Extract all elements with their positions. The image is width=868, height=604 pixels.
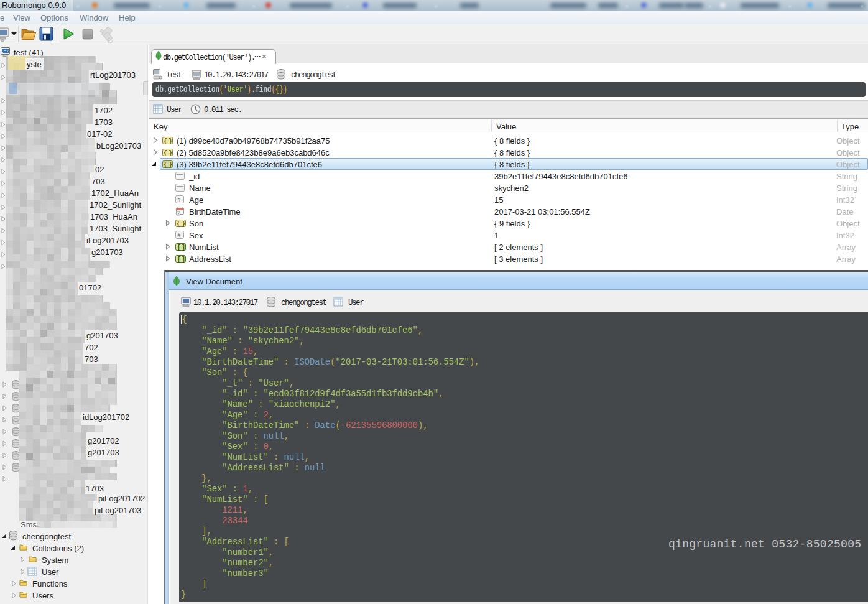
svg-text:{: { xyxy=(177,221,180,228)
svg-text:"": "" xyxy=(180,185,184,190)
svg-text:]: ] xyxy=(182,256,185,263)
svg-text:{: { xyxy=(164,138,167,145)
svg-text:}: } xyxy=(182,221,185,228)
svg-text:}: } xyxy=(169,150,172,157)
svg-text:#: # xyxy=(178,197,181,203)
svg-text:"": "" xyxy=(180,173,184,179)
svg-text:[: [ xyxy=(177,256,181,263)
svg-text:}: } xyxy=(169,138,172,145)
svg-text:]: ] xyxy=(182,244,185,251)
svg-text:"": "" xyxy=(177,185,180,190)
svg-text:{: { xyxy=(164,150,167,157)
svg-text:#: # xyxy=(178,232,181,238)
svg-text:}: } xyxy=(169,162,172,169)
svg-text:[: [ xyxy=(177,244,181,251)
svg-text:"": "" xyxy=(177,173,180,179)
svg-text:{: { xyxy=(164,162,167,169)
